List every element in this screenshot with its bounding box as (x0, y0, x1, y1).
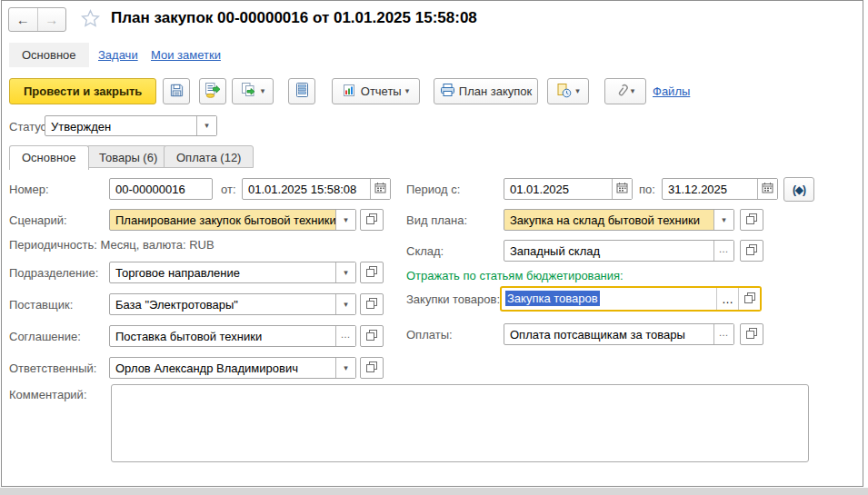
scenario-dropdown-button[interactable]: ▾ (335, 210, 355, 230)
date-calendar-button[interactable] (370, 179, 390, 199)
period-from-calendar-button[interactable] (612, 179, 632, 199)
department-open-button[interactable] (360, 262, 384, 283)
period-to-calendar-button[interactable] (757, 179, 777, 199)
selected-text: Закупка товаров (505, 291, 600, 306)
header-link-notes[interactable]: Мои заметки (151, 48, 221, 62)
open-link-icon (366, 266, 377, 280)
payments-select[interactable]: Оплата потсавщикам за товары … (504, 323, 734, 345)
date-input[interactable]: 01.01.2025 15:58:08 (242, 178, 391, 200)
page-title: План закупок 00-00000016 от 01.01.2025 1… (111, 9, 477, 27)
comment-input[interactable] (111, 384, 809, 462)
calendar-icon (616, 182, 628, 196)
period-from-input[interactable]: 01.01.2025 (504, 178, 633, 200)
save-button[interactable] (163, 78, 190, 104)
chevron-down-icon: ▾ (261, 87, 265, 95)
plan-kind-dropdown-button[interactable]: ▾ (713, 210, 733, 230)
warehouse-select[interactable]: Западный склад … (504, 240, 734, 262)
supplier-select[interactable]: База "Электротовары" ▾ (109, 293, 356, 315)
supplier-label: Поставщик: (9, 298, 73, 312)
period-to-input[interactable]: 31.12.2025 (662, 178, 778, 200)
period-from-value: 01.01.2025 (504, 179, 612, 199)
goods-purchases-choose-button[interactable]: … (716, 288, 738, 310)
period-from-label: Период с: (406, 183, 460, 196)
goods-purchases-input[interactable]: Закупка товаров … (500, 286, 762, 312)
warehouse-choose-button[interactable]: … (713, 241, 733, 261)
back-button[interactable]: ← (9, 8, 37, 31)
supplier-dropdown-button[interactable]: ▾ (335, 294, 355, 314)
forward-arrow-icon: → (45, 12, 58, 27)
chevron-down-icon: ▾ (344, 364, 348, 372)
post-document-button[interactable] (199, 78, 226, 104)
date-value: 01.01.2025 15:58:08 (243, 179, 370, 199)
status-select[interactable]: Утвержден ▾ (45, 115, 217, 136)
window-bottom-edge (0, 488, 868, 495)
report-chart-icon (343, 83, 357, 100)
doc-tab-payment[interactable]: Оплата (12) (164, 145, 254, 168)
print-plan-label: План закупок (459, 84, 532, 98)
payments-choose-button[interactable]: … (713, 324, 733, 344)
create-based-on-button[interactable]: ▾ (232, 78, 274, 104)
scenario-value: Планирование закупок бытовой техники (110, 210, 335, 230)
goods-purchases-open-button[interactable] (738, 288, 760, 310)
open-link-icon (746, 244, 757, 258)
number-input[interactable]: 00-00000016 (109, 178, 213, 200)
app-window: ← → План закупок 00-00000016 от 01.01.20… (0, 0, 868, 495)
reports-label: Отчеты (361, 84, 402, 98)
forward-button[interactable]: → (37, 8, 66, 31)
status-dropdown-button[interactable]: ▾ (196, 116, 216, 135)
document-register-button[interactable] (288, 78, 315, 104)
document-form: ← → План закупок 00-00000016 от 01.01.20… (1, 0, 863, 487)
post-and-close-button[interactable]: Провести и закрыть (9, 78, 156, 104)
responsible-dropdown-button[interactable]: ▾ (335, 358, 355, 378)
save-icon (169, 83, 185, 101)
schedule-button[interactable]: ▾ (547, 78, 589, 104)
date-label: от: (221, 183, 236, 196)
plan-kind-label: Вид плана: (406, 213, 467, 227)
period-select-button[interactable]: (◆) (783, 177, 814, 202)
responsible-open-button[interactable] (360, 357, 384, 379)
favorite-star-icon[interactable] (80, 8, 101, 32)
warehouse-label: Склад: (406, 244, 444, 258)
doc-tab-goods[interactable]: Товары (6) (86, 145, 170, 168)
agreement-choose-button[interactable]: … (335, 326, 355, 346)
chevron-down-icon: ▾ (722, 216, 726, 224)
document-clock-icon (556, 83, 572, 101)
attachments-button[interactable]: ▾ (604, 78, 646, 104)
header-tab-main[interactable]: Основное (9, 43, 89, 67)
plan-kind-open-button[interactable] (740, 209, 763, 231)
calendar-icon (374, 182, 386, 196)
register-list-icon (295, 82, 309, 101)
plan-kind-select[interactable]: Закупка на склад бытовой техники ▾ (504, 209, 734, 231)
chevron-down-icon: ▾ (344, 301, 348, 309)
doc-tab-main[interactable]: Основное (9, 145, 89, 170)
period-to-value: 31.12.2025 (663, 179, 757, 199)
header-link-tasks[interactable]: Задачи (98, 48, 138, 62)
back-arrow-icon: ← (16, 12, 30, 27)
printer-icon (440, 83, 455, 100)
payments-open-button[interactable] (740, 323, 763, 345)
print-plan-button[interactable]: План закупок (434, 78, 538, 104)
period-to-label: по: (639, 183, 655, 196)
responsible-value: Орлов Александр Владимирович (110, 358, 335, 378)
ellipsis-icon: … (719, 243, 730, 258)
open-link-icon (366, 298, 377, 312)
department-dropdown-button[interactable]: ▾ (335, 262, 355, 282)
scenario-open-button[interactable] (360, 209, 384, 231)
agreement-select[interactable]: Поставка бытовой техники … (109, 325, 356, 347)
open-link-icon (366, 213, 377, 227)
period-select-icon: (◆) (793, 183, 805, 196)
warehouse-open-button[interactable] (740, 240, 763, 262)
agreement-open-button[interactable] (360, 325, 384, 347)
payments-label: Оплаты: (406, 328, 453, 342)
goods-purchases-value: Закупка товаров (502, 288, 716, 310)
supplier-open-button[interactable] (360, 293, 384, 315)
chevron-down-icon: ▾ (631, 87, 635, 95)
files-link[interactable]: Файлы (653, 84, 690, 98)
chevron-down-icon: ▾ (344, 269, 348, 277)
warehouse-value: Западный склад (504, 241, 713, 261)
ellipsis-icon: … (341, 329, 352, 343)
scenario-select[interactable]: Планирование закупок бытовой техники ▾ (109, 209, 356, 231)
responsible-select[interactable]: Орлов Александр Владимирович ▾ (109, 357, 356, 379)
reports-button[interactable]: Отчеты ▾ (332, 78, 420, 104)
department-select[interactable]: Торговое направление ▾ (109, 262, 356, 283)
